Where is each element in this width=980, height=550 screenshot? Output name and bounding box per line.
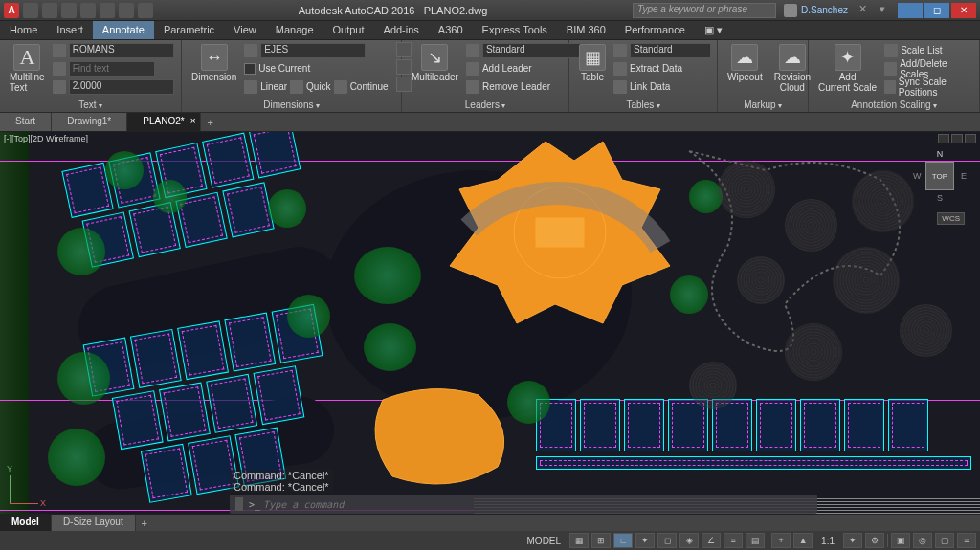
tab-bim360[interactable]: BIM 360: [557, 21, 615, 39]
qat-save-icon[interactable]: [61, 3, 77, 18]
new-tab-button[interactable]: +: [201, 113, 220, 131]
height-icon: [53, 80, 66, 94]
tab-a360[interactable]: A360: [429, 21, 473, 39]
extract-data-button[interactable]: Extract Data: [630, 63, 682, 74]
status-ortho-button[interactable]: ∟: [613, 533, 633, 548]
scale-list-button[interactable]: Scale List: [901, 45, 942, 55]
remove-leader-button[interactable]: Remove Leader: [482, 81, 550, 92]
text-style-dropdown[interactable]: ROMANS: [69, 43, 174, 58]
command-prompt-icon: >_: [249, 499, 260, 510]
filetab-plano2[interactable]: PLANO2*: [127, 113, 200, 131]
qat-saveas-icon[interactable]: [80, 3, 96, 18]
command-input[interactable]: [263, 499, 812, 510]
wcs-label[interactable]: WCS: [937, 212, 965, 225]
status-customize-button[interactable]: ≡: [957, 533, 976, 548]
panel-tables-title[interactable]: Tables: [575, 98, 711, 110]
dimension-button[interactable]: ↔ Dimension: [188, 42, 240, 84]
cmdline-grip-icon[interactable]: [235, 497, 243, 511]
add-current-scale-button[interactable]: ✦ Add Current Scale: [814, 42, 880, 95]
quick-button[interactable]: Quick: [306, 81, 331, 92]
tab-output[interactable]: Output: [323, 21, 374, 39]
qat-plot-icon[interactable]: [100, 3, 115, 18]
status-lwt-button[interactable]: ≡: [724, 533, 743, 548]
help-search-input[interactable]: Type a keyword or phrase: [633, 3, 776, 18]
status-hardware-button[interactable]: ▣: [891, 533, 910, 548]
tab-addins[interactable]: Add-ins: [374, 21, 429, 39]
status-model[interactable]: MODEL: [522, 536, 568, 546]
tab-performance[interactable]: Performance: [615, 21, 695, 39]
app-logo-icon[interactable]: A: [4, 3, 19, 18]
tab-insert[interactable]: Insert: [47, 21, 93, 39]
tab-focus[interactable]: ▣ ▾: [695, 21, 732, 39]
wipeout-button[interactable]: ☁ Wipeout: [724, 42, 767, 84]
vc-close-icon[interactable]: [965, 134, 976, 143]
tab-home[interactable]: Home: [0, 21, 47, 39]
viewcube[interactable]: N S E W TOP: [913, 149, 967, 203]
tab-manage[interactable]: Manage: [266, 21, 323, 39]
status-annoscale-icon[interactable]: ▲: [793, 533, 813, 548]
filetab-start[interactable]: Start: [0, 113, 52, 131]
status-scale[interactable]: 1:1: [815, 536, 840, 546]
add-layout-button[interactable]: +: [136, 515, 153, 531]
add-leader-button[interactable]: Add Leader: [482, 63, 532, 74]
dim-style-dropdown[interactable]: EJES: [260, 43, 366, 58]
filetab-drawing1[interactable]: Drawing1*: [52, 113, 127, 131]
status-snap-button[interactable]: ⊞: [591, 533, 611, 548]
status-osnap-button[interactable]: ◻: [657, 533, 677, 548]
drawing-canvas[interactable]: [-][Top][2D Wireframe] N S E W TOP WCS: [0, 132, 980, 514]
status-polar-button[interactable]: ✦: [635, 533, 655, 548]
tab-parametric[interactable]: Parametric: [154, 21, 224, 39]
help-dropdown-icon[interactable]: ▾: [880, 3, 895, 18]
link-data-button[interactable]: Link Data: [630, 81, 670, 92]
status-grid-button[interactable]: ▦: [569, 533, 589, 548]
table-style-dropdown[interactable]: Standard: [630, 43, 711, 58]
text-height-dropdown[interactable]: 2.0000: [69, 79, 174, 95]
qat-new-icon[interactable]: [23, 3, 38, 18]
tab-expresstools[interactable]: Express Tools: [473, 21, 557, 39]
multileader-button[interactable]: ↘ Multileader: [408, 42, 462, 84]
panel-markup-title[interactable]: Markup: [724, 98, 802, 110]
command-line[interactable]: >_: [230, 495, 817, 514]
qat-redo-icon[interactable]: [138, 3, 153, 18]
adddelete-icon: [884, 62, 897, 76]
multiline-text-button[interactable]: Multiline Text: [6, 42, 49, 95]
exchange-icon[interactable]: ✕: [858, 3, 874, 18]
maximize-button[interactable]: ◻: [924, 3, 949, 18]
tab-view[interactable]: View: [224, 21, 266, 39]
panel-annoscale-title[interactable]: Annotation Scaling: [814, 98, 973, 110]
viewcube-n[interactable]: N: [937, 149, 944, 159]
status-cleanscreen-button[interactable]: ▢: [935, 533, 954, 548]
layout-dsize[interactable]: D-Size Layout: [52, 515, 136, 531]
user-account[interactable]: D.Sanchez: [784, 4, 848, 17]
linear-button[interactable]: Linear: [260, 81, 287, 92]
find-text-input[interactable]: [69, 61, 155, 77]
status-annovisibility-button[interactable]: ✦: [843, 533, 862, 548]
status-annomonitor-button[interactable]: +: [771, 533, 791, 548]
vc-min-icon[interactable]: [938, 134, 949, 143]
tab-annotate[interactable]: Annotate: [93, 21, 154, 39]
viewcube-e[interactable]: E: [961, 171, 967, 181]
vc-max-icon[interactable]: [951, 134, 963, 143]
viewcube-s[interactable]: S: [937, 193, 943, 203]
status-workspace-button[interactable]: ⚙: [865, 533, 884, 548]
continue-button[interactable]: Continue: [350, 81, 389, 92]
qat-undo-icon[interactable]: [119, 3, 134, 18]
status-3dosnap-button[interactable]: ◈: [679, 533, 699, 548]
ribbon: Multiline Text ROMANS 2.0000 Text ↔ Dime…: [0, 40, 980, 113]
table-button[interactable]: ▦ Table: [575, 42, 610, 84]
panel-text-title[interactable]: Text: [6, 98, 175, 110]
panel-leaders-title[interactable]: Leaders: [408, 98, 563, 110]
viewcube-face[interactable]: TOP: [925, 162, 954, 190]
use-current-checkbox[interactable]: [244, 63, 256, 75]
viewcube-w[interactable]: W: [913, 171, 922, 181]
status-isolate-button[interactable]: ◎: [913, 533, 932, 548]
status-transparency-button[interactable]: ▤: [746, 533, 765, 548]
minimize-button[interactable]: —: [898, 3, 923, 18]
viewport-label[interactable]: [-][Top][2D Wireframe]: [4, 134, 88, 143]
sync-scales-button[interactable]: Sync Scale Positions: [899, 77, 973, 98]
layout-model[interactable]: Model: [0, 515, 52, 531]
status-otrack-button[interactable]: ∠: [702, 533, 721, 548]
close-button[interactable]: ✕: [951, 3, 976, 18]
panel-dimensions-title[interactable]: Dimensions: [188, 98, 395, 110]
qat-open-icon[interactable]: [42, 3, 57, 18]
